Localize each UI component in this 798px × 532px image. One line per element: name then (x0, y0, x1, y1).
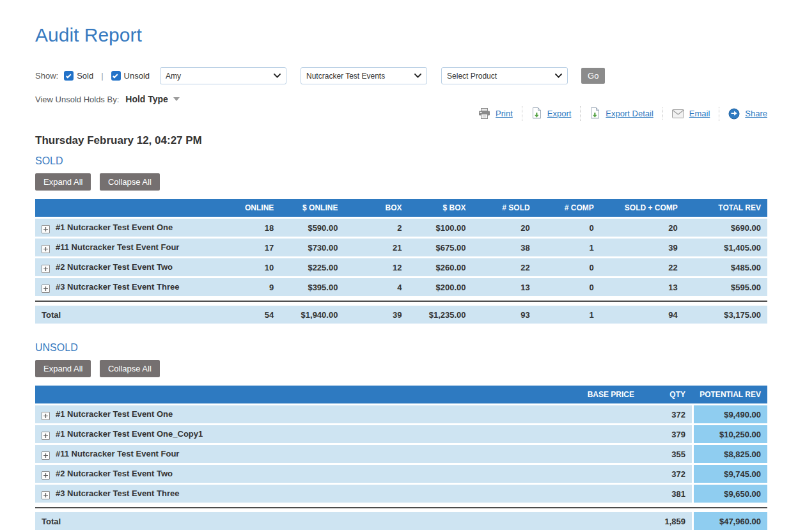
cell-qty: 379 (641, 425, 692, 443)
sold-checkbox-group: Sold (64, 71, 93, 81)
check-icon (66, 73, 71, 78)
event-select[interactable]: Nutcracker Test Events (301, 67, 427, 84)
unsold-col-potential-rev: POTENTIAL REV (692, 386, 767, 403)
cell-total-rev: $485.00 (684, 258, 767, 276)
cell-dollar-online: $225.00 (280, 258, 344, 276)
total-num-comp: 1 (536, 306, 600, 324)
event-name: #3 Nutcracker Test Event Three (56, 489, 179, 498)
share-icon[interactable] (728, 108, 740, 120)
cell-num-comp: 0 (536, 219, 600, 237)
export-link[interactable]: Export (547, 109, 572, 118)
cell-num-comp: 1 (536, 239, 600, 256)
hold-type-dropdown[interactable]: Hold Type (125, 94, 180, 104)
cell-base-price (545, 425, 641, 443)
unsold-table-row: #2 Nutcracker Test Event Two 372 $9,745.… (35, 465, 767, 483)
user-select[interactable]: Amy (160, 67, 286, 84)
sold-table: ONLINE $ ONLINE BOX $ BOX # SOLD # COMP … (35, 197, 767, 298)
expand-row-icon[interactable] (42, 451, 50, 460)
total-dollar-online: $1,940.00 (280, 306, 344, 324)
cell-potential-rev: $9,650.00 (692, 485, 767, 503)
cell-dollar-online: $395.00 (280, 278, 344, 296)
export-file-icon[interactable] (531, 107, 542, 120)
expand-row-icon[interactable] (42, 265, 50, 273)
unsold-expand-all-button[interactable]: Expand All (35, 360, 91, 377)
view-unsold-label: View Unsold Holds By: (35, 95, 119, 104)
event-name: #2 Nutcracker Test Event Two (56, 262, 173, 272)
export-detail-link[interactable]: Export Detail (606, 109, 653, 118)
cell-potential-rev: $9,490.00 (692, 405, 767, 423)
cell-online: 9 (221, 278, 280, 296)
total-total-rev: $3,175.00 (684, 306, 767, 324)
cell-sold-plus-comp: 39 (600, 239, 684, 256)
sold-col-dollar-online: $ ONLINE (280, 199, 344, 217)
cell-dollar-box: $675.00 (408, 239, 472, 256)
sold-col-online: ONLINE (221, 199, 280, 217)
export-action: Export (522, 106, 581, 121)
filter-separator: | (101, 71, 103, 81)
share-link[interactable]: Share (745, 109, 767, 118)
cell-total-rev: $690.00 (684, 219, 767, 237)
page-title: Audit Report (35, 24, 767, 46)
email-action: Email (662, 107, 719, 120)
event-name: #11 Nutcracker Test Event Four (56, 242, 179, 252)
cell-base-price (545, 465, 641, 483)
total-label: Total (35, 306, 221, 324)
actions-toolbar: Print Export Export Detail (35, 106, 767, 121)
sold-col-total-rev: TOTAL REV (684, 199, 767, 217)
unsold-table-row: #1 Nutcracker Test Event One 372 $9,490.… (35, 405, 767, 423)
product-select-wrap: Select Product (441, 67, 568, 84)
unsold-header-row: BASE PRICE QTY POTENTIAL REV (35, 386, 767, 403)
unsold-checkbox[interactable] (111, 71, 121, 81)
sold-table-row: #1 Nutcracker Test Event One 18 $590.00 … (35, 219, 767, 237)
check-icon (113, 73, 118, 78)
total-dollar-box: $1,235.00 (408, 306, 472, 324)
sold-col-sold-plus-comp: SOLD + COMP (600, 199, 684, 217)
total-sold-plus-comp: 94 (600, 306, 684, 324)
unsold-checkbox-label: Unsold (124, 71, 150, 81)
email-link[interactable]: Email (689, 109, 710, 118)
cell-dollar-box: $100.00 (408, 219, 472, 237)
total-base-price (545, 512, 641, 530)
sold-checkbox[interactable] (64, 71, 74, 81)
share-action: Share (719, 107, 767, 121)
export-detail-file-icon[interactable] (590, 107, 600, 120)
expand-row-icon[interactable] (42, 471, 50, 480)
cell-online: 18 (221, 219, 280, 237)
cell-dollar-box: $200.00 (408, 278, 472, 296)
printer-icon[interactable] (478, 108, 490, 119)
expand-row-icon[interactable] (42, 245, 50, 253)
go-button[interactable]: Go (581, 68, 605, 84)
sold-total-block: Total 54 $1,940.00 39 $1,235.00 93 1 94 … (35, 301, 767, 325)
total-qty: 1,859 (641, 512, 692, 530)
cell-potential-rev: $9,745.00 (692, 465, 767, 483)
expand-row-icon[interactable] (42, 491, 50, 499)
expand-row-icon[interactable] (42, 285, 50, 293)
envelope-icon[interactable] (672, 109, 684, 118)
sold-total-row: Total 54 $1,940.00 39 $1,235.00 93 1 94 … (35, 306, 767, 324)
filter-bar: Show: Sold | Unsold Amy Nutcracker Test … (35, 67, 767, 84)
caret-down-icon (173, 97, 180, 101)
sold-col-box: BOX (344, 199, 408, 217)
sold-expand-all-button[interactable]: Expand All (35, 173, 91, 191)
product-select[interactable]: Select Product (441, 67, 568, 84)
event-name: #2 Nutcracker Test Event Two (56, 469, 173, 478)
cell-sold-plus-comp: 20 (600, 219, 684, 237)
print-link[interactable]: Print (496, 109, 513, 118)
total-potential-rev: $47,960.00 (692, 512, 767, 530)
expand-row-icon[interactable] (42, 412, 50, 420)
expand-row-icon[interactable] (42, 225, 50, 233)
cell-dollar-box: $260.00 (408, 258, 472, 276)
sold-table-row: #2 Nutcracker Test Event Two 10 $225.00 … (35, 258, 767, 276)
total-num-sold: 93 (473, 306, 536, 324)
user-select-wrap: Amy (160, 67, 286, 84)
expand-row-icon[interactable] (42, 432, 50, 440)
unsold-table: BASE PRICE QTY POTENTIAL REV #1 Nutcrack… (35, 384, 767, 505)
unsold-collapse-all-button[interactable]: Collapse All (100, 360, 160, 377)
unsold-table-row: #3 Nutcracker Test Event Three 381 $9,65… (35, 485, 767, 503)
hold-type-value: Hold Type (125, 94, 168, 104)
show-label: Show: (35, 71, 58, 81)
unsold-col-qty: QTY (641, 386, 692, 403)
total-box: 39 (344, 306, 408, 324)
unsold-section-buttons: Expand All Collapse All (35, 360, 767, 377)
sold-collapse-all-button[interactable]: Collapse All (100, 173, 160, 191)
